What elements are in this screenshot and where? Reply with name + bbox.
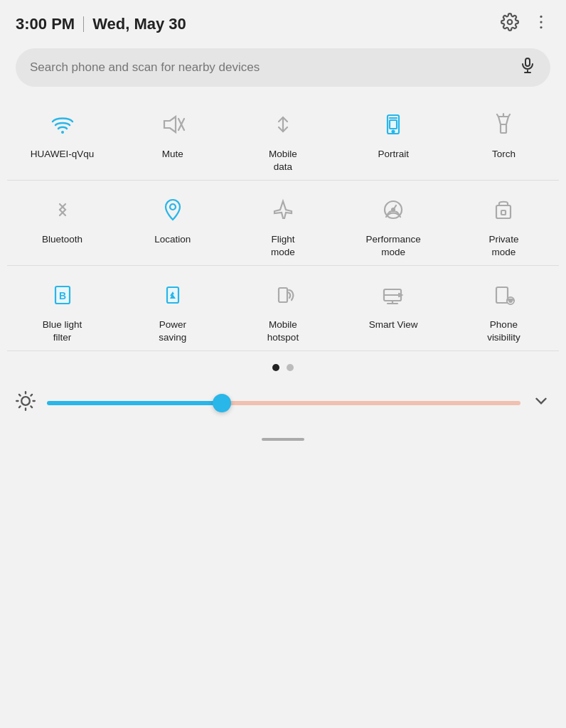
flight-mode-icon (267, 193, 299, 226)
svg-rect-27 (501, 210, 506, 215)
svg-rect-16 (501, 124, 506, 133)
tile-bluetooth[interactable]: Bluetooth (7, 183, 117, 266)
tiles-row-2: Bluetooth Location Flightmode (0, 183, 566, 266)
brightness-row (0, 378, 566, 428)
mute-label: Mute (162, 148, 183, 161)
svg-rect-4 (525, 58, 530, 66)
top-bar: 3:00 PM Wed, May 30 (0, 0, 566, 43)
svg-point-22 (170, 204, 176, 210)
page-dot-1[interactable] (272, 364, 279, 371)
svg-point-40 (21, 397, 30, 405)
smart-view-icon (377, 279, 410, 311)
tiles-row-1: HUAWEI-qVqu Mute Mobiledata (0, 98, 566, 181)
svg-line-43 (19, 395, 21, 396)
bottom-handle (0, 428, 566, 454)
power-saving-label: Powersaving (159, 318, 186, 343)
svg-point-3 (540, 26, 542, 28)
svg-point-2 (540, 21, 542, 23)
tile-torch[interactable]: Torch (449, 98, 559, 181)
private-mode-icon (487, 193, 520, 226)
divider (83, 16, 84, 32)
performance-mode-label: Performancemode (366, 233, 421, 258)
mobile-hotspot-label: Mobilehotspot (267, 318, 299, 343)
performance-mode-icon (377, 193, 410, 226)
brightness-track (47, 401, 520, 405)
tile-portrait[interactable]: Portrait (338, 98, 449, 181)
mobile-hotspot-icon (267, 279, 299, 311)
bluetooth-label: Bluetooth (42, 233, 82, 246)
smart-view-label: Smart View (369, 318, 418, 331)
location-icon (156, 193, 189, 226)
tile-location[interactable]: Location (117, 183, 228, 266)
portrait-icon (377, 108, 410, 141)
blue-light-filter-label: Blue lightfilter (43, 318, 82, 343)
torch-label: Torch (492, 148, 516, 161)
svg-line-18 (497, 114, 498, 117)
svg-line-48 (31, 395, 32, 396)
svg-point-15 (393, 131, 395, 133)
phone-visibility-label: Phonevisibility (487, 318, 520, 343)
top-bar-actions (501, 13, 550, 36)
time-date: 3:00 PM Wed, May 30 (16, 15, 186, 33)
brightness-icon (16, 391, 36, 415)
svg-line-44 (31, 407, 32, 408)
svg-marker-8 (164, 117, 176, 132)
tile-phone-visibility[interactable]: Phonevisibility (449, 269, 559, 351)
page-dot-2[interactable] (287, 364, 294, 371)
tile-performance-mode[interactable]: Performancemode (338, 183, 449, 266)
wifi-label: HUAWEI-qVqu (31, 148, 95, 161)
svg-marker-17 (498, 117, 508, 124)
handle-bar (262, 438, 304, 441)
tile-mobile-data[interactable]: Mobiledata (228, 98, 338, 181)
brightness-thumb[interactable] (213, 394, 231, 412)
more-dots-icon[interactable] (532, 13, 550, 36)
page-dots (0, 364, 566, 371)
svg-rect-37 (496, 287, 508, 303)
bluetooth-icon (46, 193, 79, 226)
mic-icon[interactable] (519, 57, 536, 78)
tile-mute[interactable]: Mute (117, 98, 228, 181)
svg-point-0 (508, 20, 513, 25)
flight-mode-label: Flightmode (271, 233, 295, 258)
gear-icon[interactable] (501, 13, 519, 36)
svg-line-19 (508, 114, 510, 117)
search-bar[interactable] (16, 48, 550, 87)
time: 3:00 PM (16, 15, 75, 33)
tile-wifi[interactable]: HUAWEI-qVqu (7, 98, 117, 181)
tiles-row-3: B Blue lightfilter Powersaving Mobilehot… (0, 269, 566, 351)
svg-point-7 (61, 131, 64, 134)
torch-icon (487, 108, 520, 141)
mobile-data-icon (267, 108, 299, 141)
tile-smart-view[interactable]: Smart View (338, 269, 449, 351)
svg-text:B: B (59, 290, 66, 301)
power-saving-icon (156, 279, 189, 311)
date: Wed, May 30 (92, 15, 186, 33)
blue-light-filter-icon: B (46, 279, 79, 311)
phone-visibility-icon (487, 279, 520, 311)
svg-rect-26 (496, 205, 511, 218)
brightness-expand-icon[interactable] (532, 392, 550, 414)
private-mode-label: Privatemode (488, 233, 518, 258)
search-input[interactable] (30, 60, 512, 75)
mobile-data-label: Mobiledata (269, 148, 297, 173)
portrait-label: Portrait (378, 148, 409, 161)
brightness-slider[interactable] (47, 401, 520, 405)
svg-point-1 (540, 16, 542, 18)
location-label: Location (154, 233, 191, 246)
svg-line-47 (19, 407, 21, 408)
tile-flight-mode[interactable]: Flightmode (228, 183, 338, 266)
tile-private-mode[interactable]: Privatemode (449, 183, 559, 266)
mute-icon (156, 108, 189, 141)
wifi-icon (46, 108, 79, 141)
tile-power-saving[interactable]: Powersaving (117, 269, 228, 351)
tile-mobile-hotspot[interactable]: Mobilehotspot (228, 269, 338, 351)
svg-point-25 (392, 208, 395, 211)
tile-blue-light-filter[interactable]: B Blue lightfilter (7, 269, 117, 351)
svg-rect-32 (279, 288, 287, 302)
